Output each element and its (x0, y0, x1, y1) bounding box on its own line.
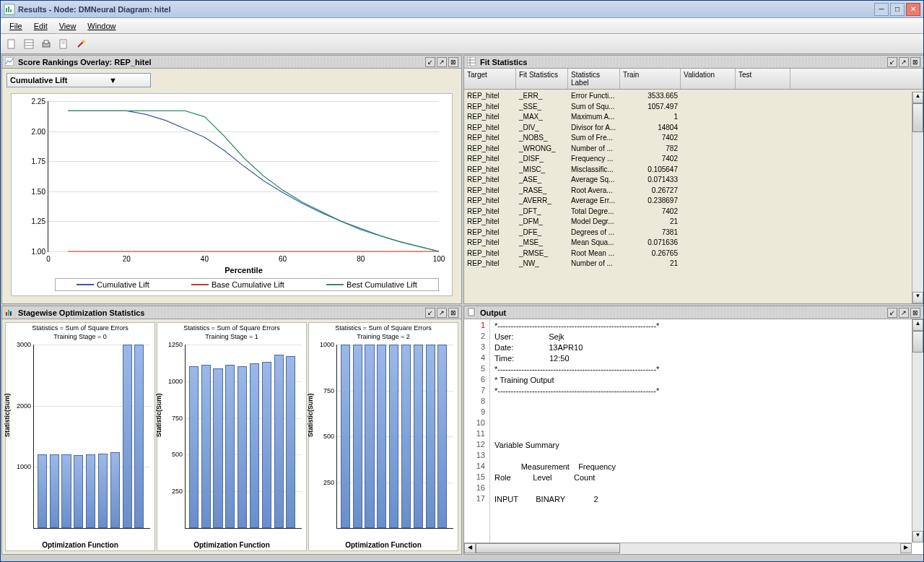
scroll-thumb[interactable] (912, 103, 923, 132)
svg-rect-21 (10, 311, 12, 316)
toolbar (1, 34, 923, 54)
table-row[interactable]: REP_hitel_MSE_Mean Squa...0.071636 (464, 238, 912, 249)
stage-chart: Statistics = Sum of Square ErrorsTrainin… (157, 322, 307, 551)
panel-close-icon[interactable]: ⊠ (448, 308, 458, 318)
doc-icon (467, 308, 477, 318)
table-row[interactable]: REP_hitel_DFM_Model Degr...21 (464, 217, 912, 228)
menu-window[interactable]: Window (82, 20, 121, 32)
column-header[interactable]: Fit Statistics (516, 69, 568, 89)
scroll-thumb[interactable] (476, 543, 620, 553)
toolbar-new-icon[interactable] (4, 36, 19, 52)
scrollbar-vertical[interactable]: ▲ ▼ (912, 92, 923, 303)
svg-rect-19 (6, 312, 7, 316)
table-row[interactable]: REP_hitel_RMSE_Root Mean ...0.26765 (464, 249, 912, 260)
panel-score-rankings: Score Rankings Overlay: REP_hitel ↙ ↗ ⊠ … (1, 55, 462, 304)
fit-table-header: TargetFit StatisticsStatistics LabelTrai… (464, 69, 923, 90)
stage-chart: Statistics = Sum of Square ErrorsTrainin… (308, 322, 458, 551)
minimize-button[interactable]: ─ (874, 3, 889, 16)
scroll-up-icon[interactable]: ▲ (912, 92, 923, 103)
table-row[interactable]: REP_hitel_MAX_Maximum A...1 (464, 113, 912, 124)
panel-title: Output (480, 308, 886, 317)
column-header[interactable]: Validation (681, 69, 736, 89)
panel-close-icon[interactable]: ⊠ (910, 57, 920, 67)
panel-min-icon[interactable]: ↙ (425, 57, 435, 67)
close-button[interactable]: ✕ (906, 3, 920, 16)
scroll-down-icon[interactable]: ▼ (912, 531, 923, 542)
scroll-left-icon[interactable]: ◀ (464, 543, 476, 553)
toolbar-table-icon[interactable] (21, 36, 37, 52)
svg-rect-2 (8, 7, 9, 12)
panel-output: Output ↙ ↗ ⊠ 1234567891011121314151617 *… (463, 306, 923, 555)
menu-view[interactable]: View (53, 20, 82, 32)
svg-rect-5 (25, 40, 33, 48)
svg-rect-4 (8, 40, 14, 48)
toolbar-wand-icon[interactable] (73, 36, 89, 52)
scrollbar-horizontal[interactable]: ◀ ▶ (464, 542, 912, 554)
fit-table-body: REP_hitel_ERR_Error Functi...3533.665REP… (464, 92, 912, 303)
scroll-right-icon[interactable]: ▶ (900, 543, 912, 553)
chart-icon (5, 57, 15, 67)
table-row[interactable]: REP_hitel_DISF_Frequency ...7402 (464, 155, 912, 165)
panel-min-icon[interactable]: ↙ (887, 57, 897, 67)
maximize-button[interactable]: □ (890, 3, 905, 16)
table-icon (467, 57, 477, 67)
menu-file[interactable]: File (4, 20, 28, 32)
table-row[interactable]: REP_hitel_DIV_Divisor for A...14804 (464, 124, 912, 134)
score-chart: 1.001.251.501.752.002.25020406080100Perc… (11, 93, 453, 296)
table-row[interactable]: REP_hitel_DFE_Degrees of ...7381 (464, 228, 912, 239)
svg-rect-22 (468, 308, 474, 316)
chevron-down-icon: ▼ (79, 76, 147, 85)
column-header[interactable]: Train (620, 69, 681, 89)
svg-rect-9 (44, 40, 48, 43)
bar-chart-icon (5, 308, 15, 318)
column-header[interactable]: Test (736, 69, 790, 89)
window-title: Results - Node: DMNeural Diagram: hitel (18, 5, 873, 14)
panel-max-icon[interactable]: ↗ (437, 57, 447, 67)
output-text[interactable]: *---------------------------------------… (490, 319, 923, 554)
panel-close-icon[interactable]: ⊠ (448, 57, 458, 67)
scroll-down-icon[interactable]: ▼ (912, 292, 923, 303)
toolbar-doc-icon[interactable] (56, 36, 71, 52)
menu-edit[interactable]: Edit (28, 20, 53, 32)
panel-title: Fit Statistics (480, 58, 886, 66)
chart-selector-combo[interactable]: Cumulative Lift ▼ (6, 73, 151, 87)
svg-rect-10 (60, 40, 66, 48)
combo-value: Cumulative Lift (10, 76, 79, 85)
panel-stagewise: Stagewise Optimization Statistics ↙ ↗ ⊠ … (1, 306, 462, 555)
svg-rect-3 (10, 9, 12, 12)
panel-max-icon[interactable]: ↗ (899, 308, 909, 318)
scroll-up-icon[interactable]: ▲ (912, 319, 923, 331)
table-row[interactable]: REP_hitel_DFT_Total Degre...7402 (464, 207, 912, 218)
panel-max-icon[interactable]: ↗ (437, 308, 447, 318)
scroll-thumb[interactable] (912, 331, 923, 353)
svg-rect-20 (8, 310, 9, 316)
table-row[interactable]: REP_hitel_NW_Number of ...21 (464, 259, 912, 270)
panel-min-icon[interactable]: ↙ (887, 308, 897, 318)
scrollbar-vertical[interactable]: ▲ ▼ (912, 319, 923, 542)
toolbar-print-icon[interactable] (38, 36, 54, 52)
table-row[interactable]: REP_hitel_WRONG_Number of ...782 (464, 144, 912, 155)
panel-title: Score Rankings Overlay: REP_hitel (18, 58, 424, 66)
panel-title: Stagewise Optimization Statistics (18, 308, 424, 317)
stage-chart: Statistics = Sum of Square ErrorsTrainin… (5, 322, 155, 551)
chart-legend: Cumulative LiftBase Cumulative LiftBest … (55, 278, 439, 291)
output-gutter: 1234567891011121314151617 (464, 319, 490, 554)
panel-min-icon[interactable]: ↙ (425, 308, 435, 318)
panel-max-icon[interactable]: ↗ (899, 57, 909, 67)
svg-point-13 (82, 40, 85, 43)
table-row[interactable]: REP_hitel_MISC_Misclassific...0.105647 (464, 165, 912, 176)
table-row[interactable]: REP_hitel_AVERR_Average Err...0.238697 (464, 196, 912, 207)
panel-close-icon[interactable]: ⊠ (910, 308, 920, 318)
menu-bar: File Edit View Window (1, 18, 923, 34)
table-row[interactable]: REP_hitel_RASE_Root Avera...0.26727 (464, 186, 912, 197)
table-row[interactable]: REP_hitel_NOBS_Sum of Fre...7402 (464, 134, 912, 144)
table-row[interactable]: REP_hitel_ERR_Error Functi...3533.665 (464, 92, 912, 103)
app-icon (4, 4, 15, 15)
table-row[interactable]: REP_hitel_ASE_Average Sq...0.071433 (464, 176, 912, 186)
column-header[interactable]: Target (464, 69, 516, 89)
window-titlebar: Results - Node: DMNeural Diagram: hitel … (1, 1, 923, 18)
svg-rect-1 (6, 8, 7, 12)
table-row[interactable]: REP_hitel_SSE_Sum of Squ...1057.497 (464, 103, 912, 113)
column-header[interactable]: Statistics Label (568, 69, 620, 89)
svg-rect-15 (467, 57, 476, 66)
